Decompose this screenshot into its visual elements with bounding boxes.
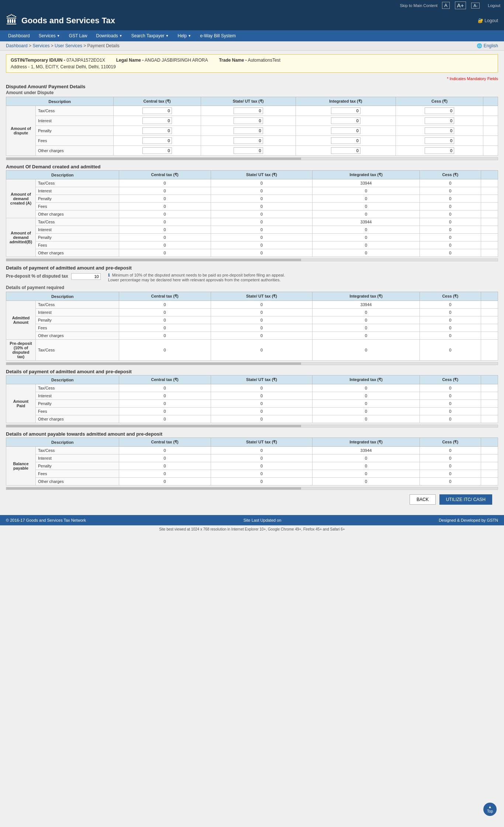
s1-sub-fees: Fees bbox=[36, 136, 114, 146]
s1-input-state-interest[interactable] bbox=[234, 117, 263, 124]
s1-input-cess-taxcess[interactable] bbox=[425, 107, 454, 114]
s1-input-central-penalty[interactable] bbox=[142, 127, 172, 134]
nav-gst-law[interactable]: GST Law bbox=[65, 30, 92, 41]
breadcrumb-user-services[interactable]: User Services bbox=[55, 43, 82, 48]
s1-input-central-fees[interactable] bbox=[142, 137, 172, 144]
breadcrumb-current: Payment Details bbox=[87, 43, 119, 48]
s4-g1-header: Amount Paid bbox=[6, 384, 36, 423]
table-row: Balance payable Tax/Cess 00339440 bbox=[6, 447, 498, 454]
s1-h-central: Central tax (₹) bbox=[113, 97, 201, 106]
table-row: Interest 0000 bbox=[6, 187, 498, 195]
table-row: Fees 0000 bbox=[6, 408, 498, 415]
nav-services[interactable]: Services ▼ bbox=[34, 30, 65, 41]
section2-table: Description Central tax (₹) State/ UT ta… bbox=[6, 170, 498, 257]
table-row: Other charges bbox=[6, 146, 498, 156]
table-row: Amount of demand admitted(B) Tax/Cess 00… bbox=[6, 218, 498, 226]
s1-h-cess: Cess (₹) bbox=[396, 97, 483, 106]
legal-name-label: Legal Name - bbox=[116, 58, 144, 63]
logout-btn[interactable]: Logout bbox=[488, 3, 500, 8]
s1-input-central-interest[interactable] bbox=[142, 117, 172, 124]
table-row: Interest 0000 bbox=[6, 309, 498, 316]
s1-input-central-taxcess[interactable] bbox=[142, 107, 172, 114]
s1-sub-other: Other charges bbox=[36, 146, 114, 156]
table-row: Other charges 0000 bbox=[6, 478, 498, 485]
breadcrumb-dashboard[interactable]: Dashboard bbox=[6, 43, 28, 48]
utilize-button[interactable]: UTILIZE ITC/ CASH bbox=[439, 494, 492, 505]
s1-input-cess-fees[interactable] bbox=[425, 137, 454, 144]
table-row: Penalty 0000 bbox=[6, 316, 498, 324]
font-normal[interactable]: A bbox=[442, 2, 450, 9]
gstin-value: 07AJIPA1572EO1X bbox=[66, 58, 105, 63]
section3-table-wrapper: Description Central tax (₹) State/ UT ta… bbox=[6, 292, 498, 361]
s1-sub-interest: Interest bbox=[36, 116, 114, 126]
s1-sub-penalty: Penalty bbox=[36, 126, 114, 136]
gstin-label: GSTIN/Temporary ID/UIN - bbox=[11, 58, 65, 63]
footer-bottom: Site best viewed at 1024 x 768 resolutio… bbox=[0, 525, 504, 533]
table-row: Fees 0000 bbox=[6, 203, 498, 210]
section2-table-wrapper: Description Central tax (₹) State/ UT ta… bbox=[6, 170, 498, 257]
table-row: Penalty 0000 bbox=[6, 400, 498, 408]
s2-g1-header: Amount of demand created (A) bbox=[6, 179, 36, 218]
nav-downloads[interactable]: Downloads ▼ bbox=[92, 30, 127, 41]
section5-title: Details of amount payable towards admitt… bbox=[6, 431, 498, 437]
section1-table: Description Central tax (₹) State/ UT ta… bbox=[6, 97, 498, 156]
scroll1[interactable] bbox=[6, 157, 498, 160]
s1-input-state-other[interactable] bbox=[234, 147, 263, 154]
trade-name-label: Trade Name - bbox=[219, 58, 246, 63]
back-button[interactable]: BACK bbox=[410, 494, 436, 505]
nav-help[interactable]: Help ▼ bbox=[173, 30, 196, 41]
address-value: 1, MG, ECITY, Central Delhi, Delhi, 1100… bbox=[31, 64, 116, 69]
predeposit-input[interactable] bbox=[71, 273, 101, 280]
scroll3[interactable] bbox=[6, 362, 498, 365]
language-button[interactable]: 🌐 English bbox=[477, 43, 498, 48]
s1-input-central-other[interactable] bbox=[142, 147, 172, 154]
table-row: Fees bbox=[6, 136, 498, 146]
s1-input-cess-penalty[interactable] bbox=[425, 127, 454, 134]
table-row: Penalty 0000 bbox=[6, 195, 498, 203]
nav-eway-bill[interactable]: e-Way Bill System bbox=[196, 30, 240, 41]
section4-table: Description Central tax (₹) State/ UT ta… bbox=[6, 375, 498, 423]
nav-search-taxpayer[interactable]: Search Taxpayer ▼ bbox=[127, 30, 173, 41]
s1-input-integrated-other[interactable] bbox=[331, 147, 360, 154]
nav-bar: Dashboard Services ▼ GST Law Downloads ▼… bbox=[0, 30, 504, 41]
s1-input-state-taxcess[interactable] bbox=[234, 107, 263, 114]
footer-updated: Site Last Updated on bbox=[244, 518, 282, 522]
section3-subsection-title: Details of payment required bbox=[6, 285, 498, 290]
footer-designed: Designed & Developed by GSTN bbox=[439, 518, 498, 522]
section4-title: Details of payment of admitted amount an… bbox=[6, 369, 498, 374]
logout-button[interactable]: 🔐 Logout bbox=[478, 18, 498, 23]
header-left: 🏛 Goods and Services Tax bbox=[6, 14, 115, 27]
s1-input-state-fees[interactable] bbox=[234, 137, 263, 144]
scroll5[interactable] bbox=[6, 487, 498, 490]
table-row: Interest 0000 bbox=[6, 226, 498, 234]
scroll2[interactable] bbox=[6, 258, 498, 261]
table-row: Penalty bbox=[6, 126, 498, 136]
header-logo: 🏛 bbox=[6, 14, 18, 27]
s1-input-state-penalty[interactable] bbox=[234, 127, 263, 134]
nav-dashboard[interactable]: Dashboard bbox=[4, 30, 34, 41]
s1-state-taxcess bbox=[201, 106, 296, 116]
s1-h-state: State/ UT tax (₹) bbox=[201, 97, 296, 106]
scroll4[interactable] bbox=[6, 425, 498, 428]
font-plus[interactable]: A+ bbox=[455, 1, 466, 9]
s1-input-integrated-interest[interactable] bbox=[331, 117, 360, 124]
predeposit-row: Pre-deposit % of disputed tax ℹ Minimum … bbox=[6, 273, 498, 282]
s1-h-extra bbox=[483, 97, 498, 106]
header: 🏛 Goods and Services Tax 🔐 Logout bbox=[0, 11, 504, 30]
table-row: Interest 0000 bbox=[6, 454, 498, 462]
s1-input-integrated-penalty[interactable] bbox=[331, 127, 360, 134]
s1-input-cess-other[interactable] bbox=[425, 147, 454, 154]
main-content: * Indicates Mandatory Fields Disputed Am… bbox=[0, 76, 504, 515]
s1-input-cess-interest[interactable] bbox=[425, 117, 454, 124]
table-row: Penalty 0000 bbox=[6, 234, 498, 241]
font-minus[interactable]: A- bbox=[471, 3, 480, 8]
s2-h-integrated: Integrated tax (₹) bbox=[313, 171, 420, 179]
s1-sub-taxcess: Tax/Cess bbox=[36, 106, 114, 116]
section1-title: Disputed Amount/ Payment Details bbox=[6, 84, 498, 89]
breadcrumb-services[interactable]: Services bbox=[32, 43, 49, 48]
taxpayer-info-box: GSTIN/Temporary ID/UIN - 07AJIPA1572EO1X… bbox=[6, 54, 498, 73]
s1-input-integrated-fees[interactable] bbox=[331, 137, 360, 144]
s1-central-taxcess bbox=[113, 106, 201, 116]
skip-link[interactable]: Skip to Main Content bbox=[400, 3, 438, 8]
s1-input-integrated-taxcess[interactable] bbox=[331, 107, 360, 114]
